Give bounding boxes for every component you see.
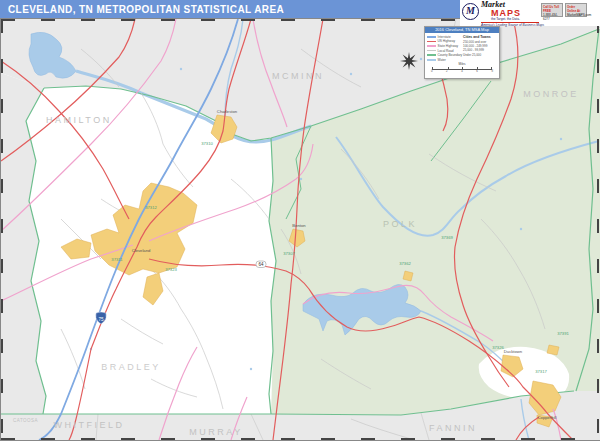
line-swatch-icon <box>427 50 436 52</box>
map-frame-ticks-left <box>1 19 3 441</box>
scale-tick: 0 <box>431 70 433 73</box>
city-label-cleveland: Cleveland <box>132 248 151 253</box>
legend-item-label: County Boundary <box>438 53 463 57</box>
zip-label: 37312 <box>145 205 157 210</box>
city-label-ducktown: Ducktown <box>504 349 523 354</box>
zip-label: 37391 <box>557 331 569 336</box>
county-label-bradley: BRADLEY <box>101 362 161 372</box>
brand-subtitle: America's Leading Source of Business Map… <box>481 22 539 28</box>
map-frame-ticks-bottom <box>1 438 600 440</box>
brand-mark-icon: M <box>462 3 479 20</box>
legend-item-label: US Highway <box>438 39 456 43</box>
legend-item-label: State Highway <box>438 44 459 48</box>
contact-line: 1-888-434-6277 <box>543 13 561 21</box>
city-label-charleston: Charleston <box>217 109 238 114</box>
city-label-copperhill: Copperhill <box>538 415 557 420</box>
county-label-murray: MURRAY <box>189 427 242 437</box>
county-label-whitfield: WHITFIELD <box>54 420 125 430</box>
county-label-mcminn: MCMINN <box>272 71 324 81</box>
legend-item-label: Local Road <box>438 49 454 53</box>
region-hamilton-county <box>1 73 46 414</box>
line-swatch-icon <box>427 59 436 61</box>
city-label-benton: Benton <box>292 223 306 228</box>
line-swatch-icon <box>427 54 436 56</box>
brand-tagline: the Target. the Data. <box>481 17 539 21</box>
urban-ocoee <box>403 271 413 281</box>
zip-label: 37362 <box>399 261 411 266</box>
contact-box-web: Order Online At MarketMAPS.com <box>565 3 587 17</box>
map-canvas: 75 64 MCMINN MONROE HAMILTON POLK BRADLE… <box>0 18 600 441</box>
county-label-catoosa: CATOOSA <box>13 418 38 423</box>
legend-city-class: Under 25,000 <box>463 53 497 57</box>
zip-label: 37323 <box>165 267 177 272</box>
urban-cleveland-west <box>61 239 91 259</box>
contact-line: Call Us Toll FREE <box>543 5 561 13</box>
urban-turtletown <box>547 345 559 355</box>
map-graphic: 75 64 MCMINN MONROE HAMILTON POLK BRADLE… <box>1 19 600 440</box>
scale-tick: 2 <box>446 70 448 73</box>
scale-bar-line <box>432 67 492 70</box>
zip-label: 37317 <box>535 369 547 374</box>
contact-line: Order Online At <box>567 5 585 13</box>
scale-tick: 8 <box>491 70 493 73</box>
legend-item-label: Interstate <box>438 35 451 39</box>
scale-tick-numbers: 0 2 4 6 8 <box>431 70 493 73</box>
county-label-hamilton: HAMILTON <box>46 115 112 125</box>
county-label-fannin: FANNIN <box>429 423 477 433</box>
zip-label: 37310 <box>201 141 213 146</box>
contact-line: MarketMAPS.com <box>567 13 585 17</box>
brand-name-bottom: MAPS <box>481 9 539 17</box>
legend-scale-bar: Miles 0 2 4 6 8 <box>425 63 499 73</box>
scale-tick: 6 <box>476 70 478 73</box>
urban-cleveland <box>91 183 197 275</box>
map-frame-ticks-right <box>597 19 599 441</box>
legend-road-items: Interstate US Highway State Highway Loca… <box>427 35 463 63</box>
urban-cleveland-south <box>143 273 163 305</box>
page-title: CLEVELAND, TN METROPOLITAN STATISTICAL A… <box>0 4 284 15</box>
line-swatch-icon <box>427 45 436 47</box>
contact-box-phone: Call Us Toll FREE 1-888-434-6277 <box>541 3 563 17</box>
zip-label: 37369 <box>441 235 453 240</box>
zip-label: 37311 <box>111 257 123 262</box>
legend-item-label: Water <box>438 58 446 62</box>
county-label-monroe: MONROE <box>523 89 579 99</box>
county-label-polk: POLK <box>383 219 417 229</box>
map-legend: 2016 Cleveland, TN MSA Map Interstate US… <box>424 26 500 79</box>
brand-wordmark: Market MAPS the Target. the Data. Americ… <box>481 1 539 28</box>
scale-tick: 4 <box>461 70 463 73</box>
interstate-shield-label: 75 <box>98 317 104 322</box>
brand-logo: M Market MAPS the Target. the Data. Amer… <box>460 0 600 26</box>
line-swatch-icon <box>427 41 436 43</box>
zip-label: 37326 <box>492 345 504 350</box>
us-route-shield-label: 64 <box>258 262 264 267</box>
legend-cities-column: Cities and Towns 250,000 and over 100,00… <box>463 35 497 63</box>
compass-rose-icon <box>400 52 418 70</box>
zip-label: 37307 <box>283 251 295 256</box>
line-swatch-icon <box>427 36 436 38</box>
